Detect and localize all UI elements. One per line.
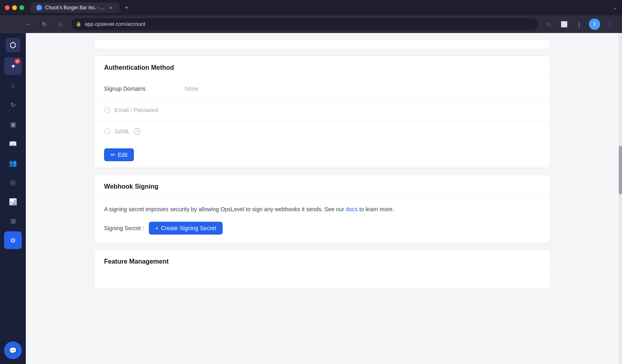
authentication-section-header: Authentication Method <box>94 56 550 78</box>
webhook-description-after: to learn more. <box>358 206 394 212</box>
home-icon: ⌂ <box>11 82 15 89</box>
back-btn[interactable]: ← <box>6 19 18 30</box>
new-tab-btn[interactable]: + <box>121 2 132 13</box>
webhook-description-before: A signing secret improves security by al… <box>104 206 346 212</box>
notifications-icon: ✦ <box>10 62 16 70</box>
feature-management-section-header: Feature Management <box>94 250 550 272</box>
edit-button[interactable]: ✏ Edit <box>104 148 134 161</box>
sidebar-item-grid[interactable]: ⊞ <box>4 212 22 230</box>
sidebar: ✦ 2 ⌂ ↻ ▣ 📖 👥 ◎ 📊 <box>0 33 26 364</box>
extensions-icon[interactable]: ⬜ <box>558 19 570 30</box>
signing-secret-label: Signing Secret : <box>104 225 144 231</box>
user-avatar[interactable]: I <box>589 19 600 30</box>
signing-secret-row: Signing Secret : + Create Signing Secret <box>104 222 541 235</box>
webhook-signing-section-card: Webhook Signing A signing secret improve… <box>94 175 551 243</box>
sync-icon: ↻ <box>10 101 16 109</box>
sidebar-item-services[interactable]: ▣ <box>4 115 22 133</box>
webhook-signing-section-header: Webhook Signing <box>94 175 550 197</box>
edit-section: ✏ Edit <box>94 142 550 168</box>
opslevel-logo-icon <box>9 41 17 49</box>
tab-favicon <box>36 5 42 10</box>
create-signing-secret-label: Create Signing Secret <box>161 225 216 231</box>
grid-icon: ⊞ <box>10 217 16 225</box>
top-spacing <box>26 33 619 40</box>
bookmark-icon[interactable]: ☆ <box>543 19 554 30</box>
address-bar[interactable]: 🔒 app.opslevel.com/account <box>71 18 538 30</box>
refresh-btn[interactable]: ↻ <box>39 19 50 30</box>
signup-domains-row: Signup Domains None <box>94 78 550 100</box>
saml-row: SAML ? <box>94 121 550 142</box>
email-password-row: Email / Password <box>94 100 550 121</box>
checks-icon: ◎ <box>10 179 16 186</box>
sidebar-item-notifications[interactable]: ✦ 2 <box>4 57 22 75</box>
sidebar-item-settings[interactable]: ⚙ <box>4 231 22 249</box>
forward-btn[interactable]: → <box>23 19 34 30</box>
email-password-label: Email / Password <box>115 107 158 113</box>
menu-icon[interactable]: ⋮ <box>604 19 616 30</box>
nav-right-icons: ☆ ⬜ | I ⋮ <box>543 19 616 30</box>
saml-info-icon[interactable]: ? <box>134 128 140 135</box>
maximize-window-btn[interactable] <box>19 5 24 10</box>
create-signing-secret-button[interactable]: + Create Signing Secret <box>149 222 223 235</box>
nav-bar: ← → ↻ ⌂ 🔒 app.opslevel.com/account ☆ ⬜ |… <box>0 15 622 33</box>
main-content[interactable]: Authentication Method Signup Domains Non… <box>26 33 619 364</box>
title-bar-right: ⌄ <box>613 5 617 10</box>
app-layout: ✦ 2 ⌂ ↻ ▣ 📖 👥 ◎ 📊 <box>0 33 622 364</box>
saml-radio[interactable] <box>104 128 111 135</box>
tab-close-btn[interactable]: ✕ <box>108 5 114 10</box>
services-icon: ▣ <box>10 121 16 128</box>
notifications-badge: 2 <box>15 59 20 64</box>
top-partial-card <box>94 40 551 49</box>
webhook-signing-body: A signing secret improves security by al… <box>94 197 550 243</box>
reports-icon: 📊 <box>9 198 17 206</box>
authentication-body: Signup Domains None Email / Password SAM… <box>94 78 550 142</box>
edit-icon: ✏ <box>111 152 115 158</box>
content-wrapper: Authentication Method Signup Domains Non… <box>84 40 560 289</box>
profile-divider: | <box>574 19 585 30</box>
sidebar-item-home[interactable]: ⌂ <box>4 77 22 94</box>
create-secret-plus-icon: + <box>155 225 159 231</box>
email-password-radio[interactable] <box>104 107 111 113</box>
sidebar-logo[interactable] <box>6 38 20 52</box>
close-window-btn[interactable] <box>5 5 10 10</box>
lock-icon: 🔒 <box>76 21 81 27</box>
authentication-section-title: Authentication Method <box>104 64 541 71</box>
home-btn[interactable]: ⌂ <box>55 19 66 30</box>
settings-icon: ⚙ <box>10 237 16 244</box>
signup-domains-value: None <box>185 85 198 92</box>
saml-label: SAML <box>115 128 130 135</box>
url-text: app.opslevel.com/account <box>85 21 145 27</box>
chat-icon: 💬 <box>9 347 17 354</box>
edit-button-label: Edit <box>118 152 127 158</box>
sidebar-item-reports[interactable]: 📊 <box>4 193 22 210</box>
sidebar-bottom: 💬 <box>4 341 22 359</box>
sidebar-item-docs[interactable]: 📖 <box>4 135 22 152</box>
tab-bar: Chuck's Burger Bar Inc. - Acc ✕ + <box>31 2 610 13</box>
docs-link[interactable]: docs <box>346 206 358 212</box>
feature-management-section-title: Feature Management <box>104 258 541 265</box>
signup-domains-label: Signup Domains <box>104 85 185 92</box>
sidebar-item-checks[interactable]: ◎ <box>4 173 22 191</box>
feature-management-body <box>94 272 550 288</box>
page-scrollbar[interactable] <box>619 33 622 364</box>
minimize-window-btn[interactable] <box>12 5 17 10</box>
users-icon: 👥 <box>9 159 17 167</box>
sidebar-item-sync[interactable]: ↻ <box>4 96 22 114</box>
docs-icon: 📖 <box>9 140 17 148</box>
webhook-signing-section-title: Webhook Signing <box>104 183 541 190</box>
authentication-section-card: Authentication Method Signup Domains Non… <box>94 56 551 168</box>
webhook-description: A signing secret improves security by al… <box>104 205 541 214</box>
chat-btn[interactable]: 💬 <box>4 341 22 359</box>
title-bar: Chuck's Burger Bar Inc. - Acc ✕ + ⌄ <box>0 0 622 15</box>
active-tab[interactable]: Chuck's Burger Bar Inc. - Acc ✕ <box>31 2 119 13</box>
traffic-lights <box>5 5 24 10</box>
feature-management-section-card: Feature Management <box>94 250 551 289</box>
page-scrollbar-thumb[interactable] <box>619 146 622 194</box>
sidebar-item-users[interactable]: 👥 <box>4 154 22 172</box>
tab-title: Chuck's Burger Bar Inc. - Acc <box>45 5 105 10</box>
